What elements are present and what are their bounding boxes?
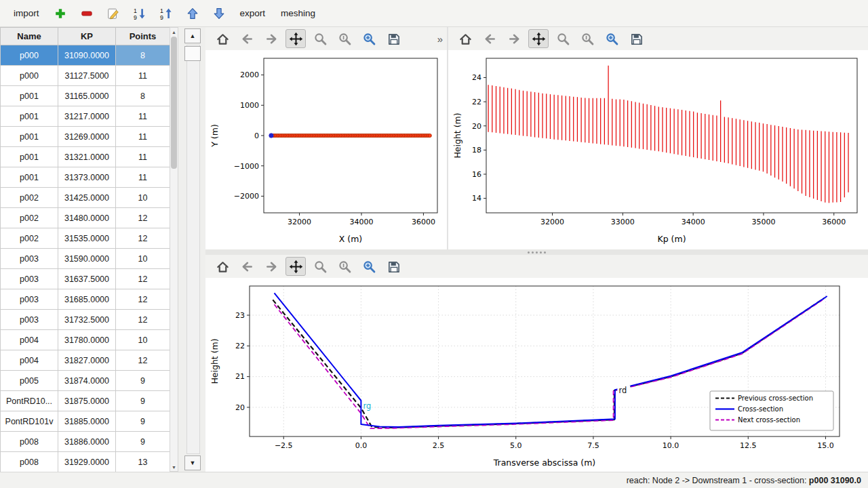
cross-sections-table[interactable]: NameKPPoints p00031090.00008p00031127.50… (0, 27, 170, 472)
sort-descending-button[interactable]: 19 (132, 5, 148, 22)
cell-name[interactable]: p008 (1, 452, 58, 472)
cell-kp[interactable]: 31321.0000 (58, 147, 116, 167)
table-row[interactable]: p00031090.00008 (1, 45, 170, 66)
cell-points[interactable]: 9 (116, 391, 170, 411)
plot-forward-button[interactable] (261, 29, 281, 48)
column-header-points[interactable]: Points (116, 28, 170, 45)
cell-points[interactable]: 11 (116, 127, 170, 147)
plot-configure-subplots-button[interactable] (577, 29, 597, 48)
export-button[interactable]: export (237, 6, 269, 20)
table-scrollbar[interactable]: ▲ ▼ (170, 27, 178, 472)
cell-name[interactable]: p002 (1, 188, 58, 208)
table-row[interactable]: p00331637.500012 (1, 269, 170, 289)
plot-forward-button[interactable] (504, 29, 524, 48)
panel-scroll-up-button[interactable]: ▲ (184, 28, 201, 43)
meshing-button[interactable]: meshing (278, 6, 318, 20)
cross-section-canvas[interactable]: −2.50.02.55.07.510.012.515.0Transverse a… (205, 278, 868, 470)
table-row[interactable]: p00031127.500011 (1, 66, 170, 86)
plot-back-button[interactable] (237, 257, 257, 276)
table-scrollbar-thumb[interactable] (171, 37, 177, 169)
cell-name[interactable]: PontRD101v (1, 411, 58, 432)
panel-scrollbar[interactable]: ▲ ▼ (184, 28, 202, 470)
cell-kp[interactable]: 31165.0000 (58, 86, 116, 106)
plot-edit-parameters-button[interactable] (359, 29, 379, 48)
cell-points[interactable]: 13 (116, 452, 170, 472)
panel-scrollbar-thumb[interactable] (184, 46, 201, 61)
table-row[interactable]: p00531874.00009 (1, 371, 170, 391)
cell-kp[interactable]: 31090.0000 (58, 45, 116, 66)
plot-back-button[interactable] (237, 29, 257, 48)
cell-kp[interactable]: 31127.5000 (58, 66, 116, 86)
horizontal-splitter[interactable] (205, 249, 868, 255)
cell-points[interactable]: 10 (116, 188, 170, 208)
edit-section-button[interactable] (105, 5, 121, 22)
remove-section-button[interactable] (79, 5, 95, 22)
table-row[interactable]: p00131165.00008 (1, 86, 170, 106)
cell-points[interactable]: 12 (116, 269, 170, 289)
panel-scroll-down-button[interactable]: ▼ (184, 455, 201, 470)
add-section-button[interactable] (52, 5, 68, 22)
scroll-down-arrow-icon[interactable]: ▼ (170, 463, 178, 471)
column-header-kp[interactable]: KP (58, 28, 116, 45)
cell-name[interactable]: p008 (1, 432, 58, 452)
cell-points[interactable]: 12 (116, 289, 170, 310)
cell-kp[interactable]: 31480.0000 (58, 208, 116, 228)
plot-home-button[interactable] (212, 29, 233, 48)
cell-name[interactable]: p004 (1, 330, 58, 350)
table-row[interactable]: PontRD10...31875.00009 (1, 391, 170, 411)
cell-points[interactable]: 9 (116, 432, 170, 452)
table-row[interactable]: PontRD101v31885.00009 (1, 411, 170, 432)
table-row[interactable]: p00131217.000011 (1, 106, 170, 127)
plot-zoom-button[interactable] (310, 257, 330, 276)
cell-name[interactable]: p003 (1, 289, 58, 310)
cell-points[interactable]: 9 (116, 371, 170, 391)
cell-kp[interactable]: 31875.0000 (58, 391, 116, 411)
cell-points[interactable]: 11 (116, 66, 170, 86)
plot-save-figure-button[interactable] (383, 257, 403, 276)
cell-points[interactable]: 8 (116, 86, 170, 106)
cell-name[interactable]: p000 (1, 66, 58, 86)
cell-name[interactable]: p002 (1, 208, 58, 228)
table-row[interactable]: p00331590.000010 (1, 249, 170, 269)
cell-kp[interactable]: 31885.0000 (58, 411, 116, 432)
cell-kp[interactable]: 31685.0000 (58, 289, 116, 310)
cell-name[interactable]: p001 (1, 86, 58, 106)
plot-home-button[interactable] (212, 257, 233, 276)
cell-kp[interactable]: 31780.0000 (58, 330, 116, 350)
cell-name[interactable]: p004 (1, 350, 58, 371)
cell-kp[interactable]: 31827.0000 (58, 350, 116, 371)
plot-forward-button[interactable] (261, 257, 281, 276)
cell-name[interactable]: p000 (1, 45, 58, 66)
plot-zoom-button[interactable] (553, 29, 573, 48)
cell-kp[interactable]: 31217.0000 (58, 106, 116, 127)
cell-name[interactable]: p001 (1, 167, 58, 188)
sort-ascending-button[interactable]: 19 (158, 5, 174, 22)
plot-edit-parameters-button[interactable] (601, 29, 622, 48)
column-header-name[interactable]: Name (1, 28, 58, 45)
plot-pan-button[interactable] (528, 29, 549, 48)
plot-configure-subplots-button[interactable] (334, 257, 355, 276)
cell-kp[interactable]: 31590.0000 (58, 249, 116, 269)
cell-name[interactable]: p003 (1, 310, 58, 330)
cell-name[interactable]: PontRD10... (1, 391, 58, 411)
move-up-button[interactable] (184, 5, 201, 22)
plot-pan-button[interactable] (285, 29, 306, 48)
table-row[interactable]: p00131321.000011 (1, 147, 170, 167)
cell-kp[interactable]: 31535.0000 (58, 228, 116, 249)
table-row[interactable]: p00431780.000010 (1, 330, 170, 350)
cell-kp[interactable]: 31373.0000 (58, 167, 116, 188)
cell-kp[interactable]: 31886.0000 (58, 432, 116, 452)
cell-points[interactable]: 12 (116, 228, 170, 249)
cell-name[interactable]: p001 (1, 106, 58, 127)
move-down-button[interactable] (211, 5, 227, 22)
cell-name[interactable]: p001 (1, 147, 58, 167)
cell-name[interactable]: p003 (1, 269, 58, 289)
cell-kp[interactable]: 31929.0000 (58, 452, 116, 472)
cell-points[interactable]: 9 (116, 411, 170, 432)
cell-kp[interactable]: 31874.0000 (58, 371, 116, 391)
cell-points[interactable]: 12 (116, 350, 170, 371)
import-button[interactable]: import (11, 6, 42, 20)
plot-back-button[interactable] (479, 29, 500, 48)
table-row[interactable]: p00131373.000011 (1, 167, 170, 188)
cell-kp[interactable]: 31425.0000 (58, 188, 116, 208)
